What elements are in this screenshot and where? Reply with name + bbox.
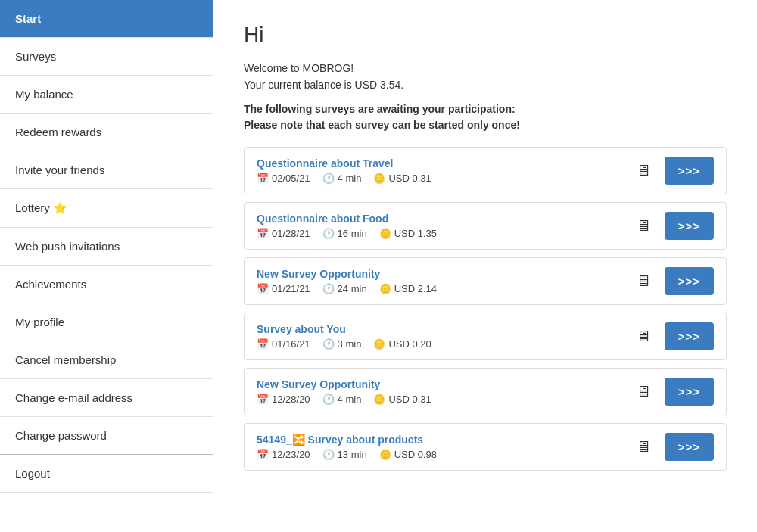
sidebar-item-achievements[interactable]: Achievements: [0, 266, 213, 303]
survey-meta: 📅 01/16/21 🕐 3 min 🪙 USD 0.20: [257, 338, 622, 350]
device-icon: 🖥: [630, 217, 657, 235]
survey-start-button[interactable]: >>>: [665, 322, 714, 350]
coins-icon: 🪙: [379, 449, 391, 460]
coins-icon: 🪙: [373, 394, 385, 405]
clock-icon: 🕐: [322, 173, 335, 184]
survey-reward: 🪙 USD 1.35: [379, 228, 437, 239]
device-icon: 🖥: [630, 162, 657, 179]
survey-reward: 🪙 USD 2.14: [379, 283, 437, 294]
page-heading: Hi: [244, 23, 727, 47]
balance-text: Your current balance is USD 3.54.: [244, 79, 727, 91]
survey-meta: 📅 12/28/20 🕐 4 min 🪙 USD 0.31: [257, 394, 622, 405]
survey-reward: 🪙 USD 0.31: [373, 394, 431, 405]
sidebar-item-lottery[interactable]: Lottery ⭐: [0, 189, 213, 228]
clock-icon: 🕐: [322, 394, 335, 405]
survey-card: 54149_🔀 Survey about products 📅 12/23/20…: [244, 423, 727, 471]
survey-title: New Survey Opportunity: [257, 268, 622, 280]
survey-date: 📅 12/28/20: [257, 394, 310, 405]
sidebar: StartSurveysMy balanceRedeem rewardsInvi…: [0, 0, 213, 532]
survey-title: Questionnaire about Food: [257, 213, 622, 225]
sidebar-item-change-email[interactable]: Change e-mail address: [0, 379, 213, 417]
sidebar-item-cancel-membership[interactable]: Cancel membership: [0, 341, 213, 379]
survey-card: Questionnaire about Travel 📅 02/05/21 🕐 …: [244, 147, 727, 194]
clock-icon: 🕐: [322, 283, 335, 294]
sidebar-item-logout[interactable]: Logout: [0, 455, 213, 493]
survey-time: 🕐 4 min: [322, 394, 362, 405]
survey-card: New Survey Opportunity 📅 01/21/21 🕐 24 m…: [244, 257, 727, 305]
survey-start-button[interactable]: >>>: [665, 157, 714, 185]
survey-info: Survey about You 📅 01/16/21 🕐 3 min 🪙 US…: [257, 323, 622, 350]
clock-icon: 🕐: [322, 228, 335, 239]
survey-title: Survey about You: [257, 323, 622, 335]
coins-icon: 🪙: [373, 338, 385, 350]
survey-title: New Survey Opportunity: [257, 378, 622, 390]
survey-reward: 🪙 USD 0.31: [373, 173, 431, 184]
survey-list: Questionnaire about Travel 📅 02/05/21 🕐 …: [244, 147, 727, 471]
survey-start-button[interactable]: >>>: [665, 212, 714, 240]
survey-title: 54149_🔀 Survey about products: [257, 434, 622, 446]
coins-icon: 🪙: [373, 173, 385, 184]
survey-reward: 🪙 USD 0.20: [373, 338, 431, 350]
coins-icon: 🪙: [379, 228, 391, 239]
survey-meta: 📅 01/28/21 🕐 16 min 🪙 USD 1.35: [257, 228, 622, 239]
welcome-text: Welcome to MOBROG!: [244, 62, 727, 74]
device-icon: 🖥: [630, 272, 657, 290]
coins-icon: 🪙: [379, 283, 391, 294]
device-icon: 🖥: [630, 328, 657, 345]
survey-time: 🕐 4 min: [322, 173, 362, 184]
survey-time: 🕐 3 min: [322, 338, 362, 350]
clock-icon: 🕐: [322, 449, 335, 460]
calendar-icon: 📅: [257, 173, 269, 184]
sidebar-item-my-balance[interactable]: My balance: [0, 76, 213, 114]
survey-start-button[interactable]: >>>: [665, 378, 714, 406]
sidebar-item-redeem-rewards[interactable]: Redeem rewards: [0, 114, 213, 151]
survey-info: New Survey Opportunity 📅 12/28/20 🕐 4 mi…: [257, 378, 622, 405]
survey-card: Survey about You 📅 01/16/21 🕐 3 min 🪙 US…: [244, 313, 727, 360]
survey-start-button[interactable]: >>>: [665, 433, 714, 461]
survey-meta: 📅 02/05/21 🕐 4 min 🪙 USD 0.31: [257, 173, 622, 184]
survey-date: 📅 01/16/21: [257, 338, 310, 350]
calendar-icon: 📅: [257, 228, 269, 239]
survey-time: 🕐 13 min: [322, 449, 367, 460]
sidebar-item-invite-friends[interactable]: Invite your friends: [0, 151, 213, 189]
device-icon: 🖥: [630, 438, 657, 456]
survey-date: 📅 12/23/20: [257, 449, 310, 460]
calendar-icon: 📅: [257, 338, 269, 350]
survey-time: 🕐 24 min: [322, 283, 367, 294]
survey-info: Questionnaire about Travel 📅 02/05/21 🕐 …: [257, 157, 622, 184]
survey-card: Questionnaire about Food 📅 01/28/21 🕐 16…: [244, 202, 727, 250]
survey-meta: 📅 12/23/20 🕐 13 min 🪙 USD 0.98: [257, 449, 622, 460]
survey-date: 📅 01/28/21: [257, 228, 310, 239]
survey-start-button[interactable]: >>>: [665, 267, 714, 295]
calendar-icon: 📅: [257, 394, 269, 405]
sidebar-item-start[interactable]: Start: [0, 0, 213, 38]
survey-info: 54149_🔀 Survey about products 📅 12/23/20…: [257, 434, 622, 460]
survey-date: 📅 02/05/21: [257, 173, 310, 184]
sidebar-item-my-profile[interactable]: My profile: [0, 303, 213, 341]
survey-time: 🕐 16 min: [322, 228, 367, 239]
survey-reward: 🪙 USD 0.98: [379, 449, 437, 460]
clock-icon: 🕐: [322, 338, 335, 350]
survey-card: New Survey Opportunity 📅 12/28/20 🕐 4 mi…: [244, 368, 727, 415]
sidebar-item-web-push[interactable]: Web push invitations: [0, 228, 213, 266]
survey-title: Questionnaire about Travel: [257, 157, 622, 170]
survey-meta: 📅 01/21/21 🕐 24 min 🪙 USD 2.14: [257, 283, 622, 294]
survey-note: The following surveys are awaiting your …: [244, 101, 727, 133]
sidebar-item-surveys[interactable]: Surveys: [0, 38, 213, 76]
calendar-icon: 📅: [257, 283, 269, 294]
survey-info: Questionnaire about Food 📅 01/28/21 🕐 16…: [257, 213, 622, 239]
device-icon: 🖥: [630, 383, 657, 400]
main-content: Hi Welcome to MOBROG! Your current balan…: [213, 0, 757, 532]
survey-info: New Survey Opportunity 📅 01/21/21 🕐 24 m…: [257, 268, 622, 294]
survey-date: 📅 01/21/21: [257, 283, 310, 294]
calendar-icon: 📅: [257, 449, 269, 460]
sidebar-item-change-password[interactable]: Change password: [0, 417, 213, 455]
